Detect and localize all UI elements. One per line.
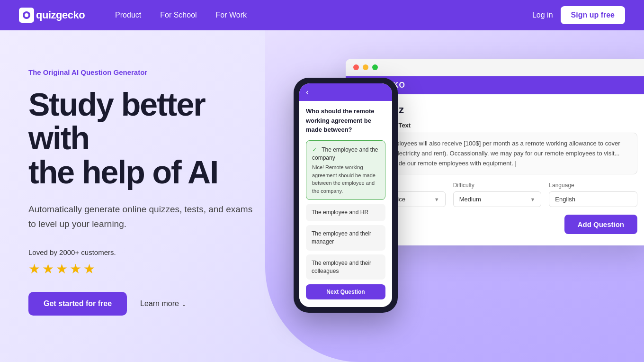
mobile-option-3[interactable]: The employee and their colleagues <box>306 254 385 280</box>
titlebar-dot-green <box>372 64 378 70</box>
arrow-down-icon: ↓ <box>182 299 186 308</box>
star-5: ★ <box>83 261 95 277</box>
login-link[interactable]: Log in <box>532 11 553 19</box>
nav-product[interactable]: Product <box>107 7 149 23</box>
hero-title-line2: the help of AI <box>28 154 218 190</box>
nav-for-work[interactable]: For Work <box>208 7 254 23</box>
mobile-option-3-text: The employee and their colleagues <box>312 260 371 274</box>
mobile-option-1[interactable]: The employee and HR <box>306 204 385 221</box>
mobile-option-0[interactable]: ✓ The employee and the company Nice! Rem… <box>306 140 385 200</box>
mobile-question-text: Who should the remote working agreement … <box>306 107 385 135</box>
hero-title: Study better with the help of AI <box>28 88 265 189</box>
logo-text: quizgecko <box>36 9 85 21</box>
mobile-option-2-text: The employee and their manager <box>312 230 371 245</box>
nav-for-school[interactable]: For School <box>152 7 204 23</box>
mobile-option-0-text: The employee and the company <box>312 146 378 161</box>
titlebar-dot-yellow <box>363 64 368 70</box>
language-label: Language <box>549 182 637 189</box>
language-group: Language English <box>549 182 637 207</box>
star-1: ★ <box>28 261 40 277</box>
hero-social-proof: Loved by 2000+ customers. ★ ★ ★ ★ ★ <box>28 248 265 277</box>
difficulty-value: Medium <box>459 196 481 203</box>
desktop-titlebar <box>346 59 644 76</box>
add-question-button[interactable]: Add Question <box>564 215 637 234</box>
checkmark-icon: ✓ <box>312 146 317 153</box>
titlebar-dot-red <box>353 64 359 70</box>
mobile-mockup: ‹ Who should the remote working agreemen… <box>294 78 398 313</box>
difficulty-arrow-icon: ▼ <box>530 197 535 202</box>
mobile-top-bar: ‹ <box>299 83 392 101</box>
logo-icon <box>19 8 34 23</box>
quiz-controls: Question Type Multiple Choice ▼ Difficul… <box>357 182 637 207</box>
paste-label: Copy & Paste Text <box>357 122 637 129</box>
star-2: ★ <box>42 261 54 277</box>
social-proof-text: Loved by 2000+ customers. <box>28 248 265 256</box>
mobile-next-button[interactable]: Next Question <box>306 284 385 299</box>
difficulty-group: Difficulty Medium ▼ <box>453 182 542 207</box>
learn-more-link[interactable]: Learn more ↓ <box>140 299 186 308</box>
star-rating: ★ ★ ★ ★ ★ <box>28 261 265 277</box>
logo-svg <box>22 10 31 20</box>
star-4: ★ <box>70 261 81 277</box>
navbar: quizgecko Product For School For Work Lo… <box>0 0 644 30</box>
star-3: ★ <box>56 261 68 277</box>
signup-button[interactable]: Sign up free <box>561 6 625 24</box>
hero-cta: Get started for free Learn more ↓ <box>28 292 265 316</box>
hero-section: The Original AI Question Generator Study… <box>0 30 644 362</box>
nav-right: Log in Sign up free <box>532 6 625 24</box>
learn-more-label: Learn more <box>140 299 179 308</box>
language-display[interactable]: English <box>549 191 637 207</box>
nav-links: Product For School For Work <box>107 7 532 23</box>
hero-title-line1: Study better with <box>28 86 205 156</box>
difficulty-label: Difficulty <box>453 182 542 189</box>
mobile-options-list: ✓ The employee and the company Nice! Rem… <box>306 140 385 280</box>
mobile-option-1-text: The employee and HR <box>312 209 368 216</box>
svg-point-1 <box>25 13 28 17</box>
hero-visuals: QUIZGECKO New Quiz Copy & Paste Text Rem… <box>275 49 644 362</box>
quiz-title: New Quiz <box>357 104 637 116</box>
mobile-inner: ‹ Who should the remote working agreemen… <box>299 83 392 307</box>
get-started-button[interactable]: Get started for free <box>28 292 127 316</box>
difficulty-select[interactable]: Medium ▼ <box>453 191 542 207</box>
hero-content: The Original AI Question Generator Study… <box>0 30 294 344</box>
question-type-arrow-icon: ▼ <box>434 197 439 202</box>
logo[interactable]: quizgecko <box>19 8 85 23</box>
hero-subtitle: Automatically generate online quizzes, t… <box>28 202 256 231</box>
mobile-back-icon[interactable]: ‹ <box>306 87 309 97</box>
language-value: English <box>555 196 575 203</box>
mobile-question-card: Who should the remote working agreement … <box>299 101 392 307</box>
paste-text-area[interactable]: Remote employees will also receive [100$… <box>357 133 637 174</box>
mobile-option-2[interactable]: The employee and their manager <box>306 225 385 251</box>
hero-tag: The Original AI Question Generator <box>28 68 265 76</box>
mobile-option-0-answer: Nice! Remote working agreement should be… <box>312 163 379 195</box>
